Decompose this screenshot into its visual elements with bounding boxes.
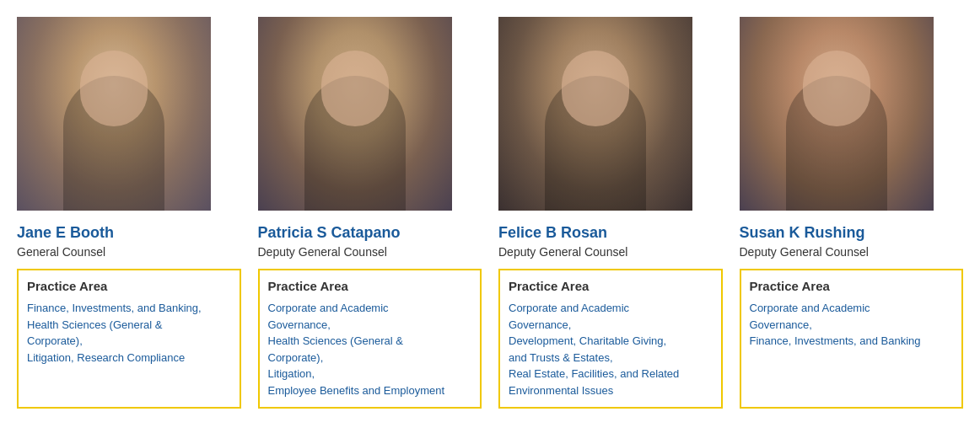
practice-area-item[interactable]: Corporate),	[268, 350, 472, 366]
practice-section-susan: Practice AreaCorporate and AcademicGover…	[740, 269, 964, 409]
photo-container-felice	[498, 17, 692, 211]
practice-areas-susan: Corporate and AcademicGovernance,Finance…	[750, 300, 954, 350]
practice-label-patricia: Practice Area	[268, 279, 472, 293]
practice-areas-felice: Corporate and AcademicGovernance,Develop…	[509, 300, 713, 398]
practice-label-jane: Practice Area	[27, 279, 231, 293]
practice-area-item[interactable]: Governance,	[268, 317, 472, 334]
practice-area-item[interactable]: and Trusts & Estates,	[509, 350, 713, 366]
person-title-jane: General Counsel	[17, 245, 241, 259]
person-title-patricia: Deputy General Counsel	[258, 245, 482, 259]
person-card-felice: Felice B RosanDeputy General CounselPrac…	[498, 17, 723, 409]
practice-area-item[interactable]: Employee Benefits and Employment	[268, 382, 472, 399]
photo-container-patricia	[258, 17, 452, 211]
practice-area-item[interactable]: Governance,	[750, 317, 954, 334]
practice-areas-jane: Finance, Investments, and Banking,Health…	[27, 300, 231, 366]
practice-section-felice: Practice AreaCorporate and AcademicGover…	[498, 269, 723, 409]
practice-section-patricia: Practice AreaCorporate and AcademicGover…	[258, 269, 482, 409]
practice-label-susan: Practice Area	[750, 279, 954, 293]
person-name-felice[interactable]: Felice B Rosan	[498, 224, 723, 242]
practice-area-item[interactable]: Litigation, Research Compliance	[27, 350, 231, 366]
photo-container-jane	[17, 17, 211, 211]
practice-section-jane: Practice AreaFinance, Investments, and B…	[17, 269, 241, 409]
person-card-patricia: Patricia S CatapanoDeputy General Counse…	[258, 17, 482, 409]
practice-area-item[interactable]: Health Sciences (General &	[27, 317, 231, 334]
practice-area-item[interactable]: Real Estate, Facilities, and Related	[509, 366, 713, 382]
person-name-susan[interactable]: Susan K Rushing	[740, 224, 964, 242]
person-card-susan: Susan K RushingDeputy General CounselPra…	[740, 17, 964, 409]
photo-susan	[740, 17, 934, 211]
photo-patricia	[258, 17, 452, 211]
people-grid: Jane E BoothGeneral CounselPractice Area…	[17, 17, 963, 409]
person-title-felice: Deputy General Counsel	[498, 245, 723, 259]
photo-jane	[17, 17, 211, 211]
practice-area-item[interactable]: Corporate and Academic	[268, 300, 472, 317]
practice-area-item[interactable]: Finance, Investments, and Banking	[750, 333, 954, 350]
practice-area-item[interactable]: Litigation,	[268, 366, 472, 382]
photo-felice	[498, 17, 692, 211]
photo-container-susan	[740, 17, 934, 211]
practice-area-item[interactable]: Health Sciences (General &	[268, 333, 472, 350]
person-name-jane[interactable]: Jane E Booth	[17, 224, 241, 242]
practice-area-item[interactable]: Corporate and Academic	[750, 300, 954, 317]
practice-areas-patricia: Corporate and AcademicGovernance,Health …	[268, 300, 472, 398]
practice-area-item[interactable]: Corporate),	[27, 333, 231, 350]
person-title-susan: Deputy General Counsel	[740, 245, 964, 259]
practice-area-item[interactable]: Corporate and Academic	[509, 300, 713, 317]
practice-area-item[interactable]: Governance,	[509, 317, 713, 334]
practice-area-item[interactable]: Development, Charitable Giving,	[509, 333, 713, 350]
person-card-jane: Jane E BoothGeneral CounselPractice Area…	[17, 17, 241, 409]
practice-area-item[interactable]: Finance, Investments, and Banking,	[27, 300, 231, 317]
practice-area-item[interactable]: Environmental Issues	[509, 382, 713, 399]
person-name-patricia[interactable]: Patricia S Catapano	[258, 224, 482, 242]
practice-label-felice: Practice Area	[509, 279, 713, 293]
